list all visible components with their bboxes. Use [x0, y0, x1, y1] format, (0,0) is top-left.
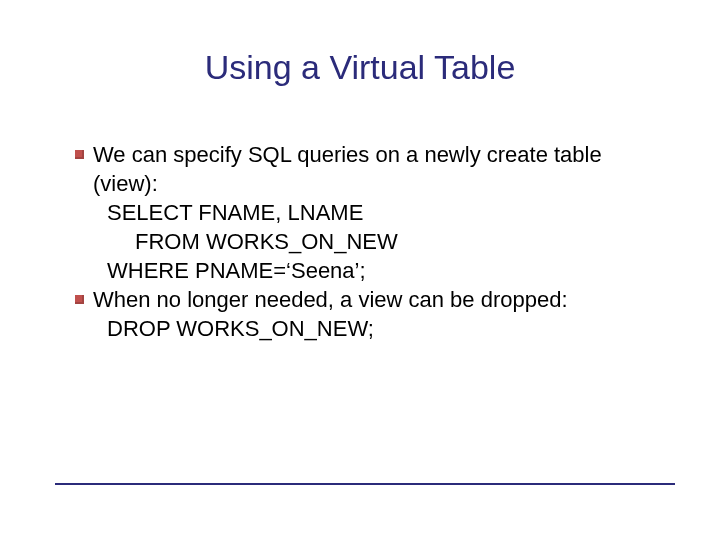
code-line: DROP WORKS_ON_NEW;: [93, 314, 660, 343]
code-line: WHERE PNAME=‘Seena’;: [93, 256, 660, 285]
slide: Using a Virtual Table We can specify SQL…: [0, 0, 720, 540]
code-line: FROM WORKS_ON_NEW: [93, 227, 660, 256]
bullet-item: When no longer needed, a view can be dro…: [75, 285, 660, 343]
bullet-text: When no longer needed, a view can be dro…: [93, 285, 660, 314]
divider: [55, 483, 675, 485]
slide-title: Using a Virtual Table: [0, 48, 720, 87]
bullet-item: We can specify SQL queries on a newly cr…: [75, 140, 660, 285]
slide-content: We can specify SQL queries on a newly cr…: [75, 140, 660, 343]
bullet-text: We can specify SQL queries on a newly cr…: [93, 140, 660, 198]
code-line: SELECT FNAME, LNAME: [93, 198, 660, 227]
